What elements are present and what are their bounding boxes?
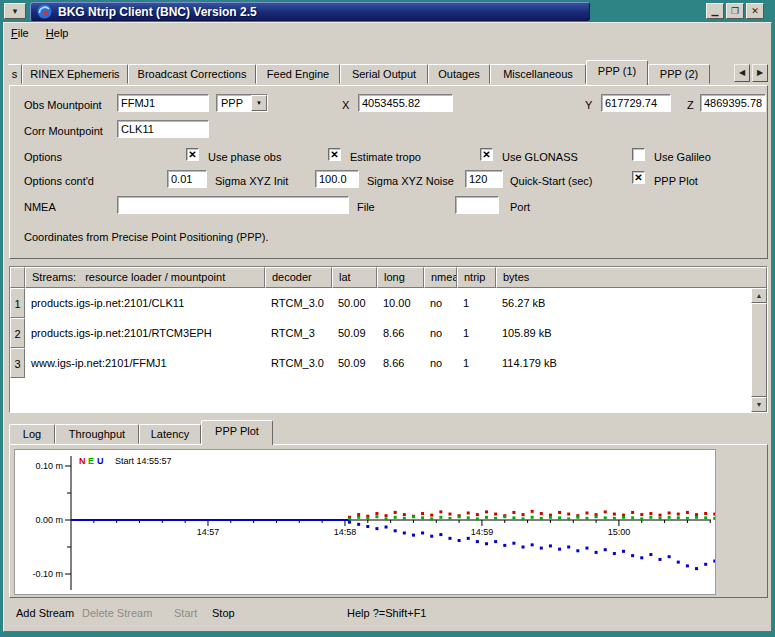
stop-button[interactable]: Stop (212, 607, 235, 619)
tab-outages[interactable]: Outages (428, 64, 490, 84)
titlebar: ▾ BKG Ntrip Client (BNC) Version 2.5 ▁ ❐… (0, 0, 775, 22)
tab-clipped[interactable]: s (8, 64, 22, 84)
estimate-tropo-label: Estimate tropo (350, 150, 421, 164)
combo-arrow-icon: ▼ (251, 95, 267, 111)
svg-text:-0.10 m: -0.10 m (32, 569, 63, 579)
maximize-button[interactable]: ❐ (726, 3, 744, 19)
column-header-ntrip[interactable]: ntrip (457, 267, 496, 288)
svg-text:U: U (97, 456, 104, 466)
port-label: Port (510, 200, 530, 214)
use-galileo-checkbox[interactable] (632, 148, 645, 161)
svg-text:0.00 m: 0.00 m (35, 515, 63, 525)
row-number: 3 (10, 348, 25, 378)
cell-decoder: RTCM_3.0 (265, 288, 332, 318)
column-header-bytes[interactable]: bytes (496, 267, 767, 288)
stream-row-2[interactable]: 2 products.igs-ip.net:2101/RTCM3EPH RTCM… (10, 318, 767, 348)
column-header-lat[interactable]: lat (332, 267, 377, 288)
cell-decoder: RTCM_3.0 (265, 348, 332, 378)
help-hint-label: Help ?=Shift+F1 (347, 607, 427, 619)
window-title-plaque[interactable]: BKG Ntrip Client (BNC) Version 2.5 (30, 2, 590, 21)
tab-serial-output[interactable]: Serial Output (340, 64, 428, 84)
scroll-down-button[interactable]: ▼ (751, 397, 767, 412)
column-header-decoder[interactable]: decoder (265, 267, 332, 288)
window-menu-icon: ▾ (13, 6, 18, 16)
tab-ppp-plot[interactable]: PPP Plot (201, 420, 273, 445)
start-button[interactable]: Start (174, 607, 197, 619)
sigma-xyz-noise-input[interactable] (315, 170, 359, 188)
cell-decoder: RTCM_3 (265, 318, 332, 348)
column-header-rownum[interactable] (10, 267, 25, 288)
estimate-tropo-checkbox[interactable]: ✕ (328, 148, 341, 161)
cell-long: 8.66 (377, 318, 424, 348)
action-bar: Add Stream Delete Stream Start Stop Help… (4, 603, 773, 627)
window-menu-button[interactable]: ▾ (4, 3, 26, 19)
app-icon (37, 4, 52, 19)
tab-throughput[interactable]: Throughput (55, 424, 139, 444)
tab-scroll-left-button[interactable]: ◀ (734, 64, 750, 82)
scroll-up-button[interactable]: ▲ (751, 288, 767, 303)
tab-scroll-right-button[interactable]: ▶ (752, 64, 768, 82)
table-header-row: Streams: resource loader / mountpoint de… (10, 267, 767, 288)
cell-ntrip: 1 (457, 348, 496, 378)
tab-ppp-2[interactable]: PPP (2) (648, 64, 710, 84)
bottom-tabbar: Log Throughput Latency PPP Plot (6, 420, 771, 445)
close-icon: ✕ (751, 6, 759, 16)
cell-bytes: 105.89 kB (496, 318, 767, 348)
nmea-port-input[interactable] (455, 196, 499, 214)
svg-text:Start 14:55:57: Start 14:55:57 (115, 456, 172, 466)
x-coordinate-input[interactable] (358, 94, 453, 112)
y-coordinate-input[interactable] (601, 94, 671, 112)
table-scrollbar[interactable]: ▲ ▼ (751, 288, 767, 412)
svg-text:E: E (88, 456, 94, 466)
ppp-plot-canvas: 0.10 m0.00 m-0.10 m14:5714:5814:5915:00N… (14, 449, 716, 595)
svg-text:14:57: 14:57 (197, 527, 220, 537)
sigma-xyz-init-label: Sigma XYZ Init (215, 174, 288, 188)
z-label: Z (687, 98, 694, 112)
quick-start-input[interactable] (465, 170, 503, 188)
delete-stream-button[interactable]: Delete Stream (82, 607, 152, 619)
x-label: X (342, 98, 349, 112)
column-header-mountpoint[interactable]: Streams: resource loader / mountpoint (25, 267, 265, 288)
tab-log[interactable]: Log (9, 424, 55, 444)
cell-mountpoint: www.igs-ip.net:2101/FFMJ1 (25, 348, 265, 378)
tab-ppp-1[interactable]: PPP (1) (586, 60, 648, 85)
obs-type-value: PPP (217, 95, 251, 111)
minimize-button[interactable]: ▁ (706, 3, 724, 19)
column-header-long[interactable]: long (377, 267, 424, 288)
nmea-file-input[interactable] (117, 196, 349, 214)
corr-mountpoint-label: Corr Mountpoint (24, 124, 103, 138)
obs-mountpoint-input[interactable] (117, 94, 209, 112)
z-coordinate-input[interactable] (700, 94, 766, 112)
cell-long: 10.00 (377, 288, 424, 318)
obs-mountpoint-label: Obs Mountpoint (24, 98, 102, 112)
maximize-icon: ❐ (731, 6, 739, 16)
stream-row-3[interactable]: 3 www.igs-ip.net:2101/FFMJ1 RTCM_3.0 50.… (10, 348, 767, 378)
corr-mountpoint-input[interactable] (117, 120, 209, 138)
menu-help[interactable]: Help (39, 23, 76, 45)
tab-scroll-left-icon: ◀ (739, 68, 745, 77)
ppp-plot-checkbox[interactable]: ✕ (632, 171, 645, 184)
obs-type-dropdown[interactable]: PPP ▼ (216, 94, 268, 112)
menu-file[interactable]: File (4, 23, 36, 45)
nmea-label: NMEA (24, 200, 56, 214)
stream-row-1[interactable]: 1 products.igs-ip.net:2101/CLK11 RTCM_3.… (10, 288, 767, 318)
use-phase-obs-checkbox[interactable]: ✕ (186, 148, 199, 161)
close-button[interactable]: ✕ (746, 3, 764, 19)
sigma-xyz-noise-label: Sigma XYZ Noise (367, 174, 454, 188)
use-glonass-checkbox[interactable]: ✕ (480, 148, 493, 161)
minimize-icon: ▁ (712, 6, 719, 16)
ppp-plot-label: PPP Plot (654, 174, 698, 188)
column-header-nmea[interactable]: nmea (424, 267, 457, 288)
sigma-xyz-init-input[interactable] (167, 170, 207, 188)
tab-latency[interactable]: Latency (139, 424, 201, 444)
scrollbar-thumb[interactable] (751, 303, 767, 397)
add-stream-button[interactable]: Add Stream (16, 607, 74, 619)
cell-ntrip: 1 (457, 318, 496, 348)
tab-rinex-ephemeris[interactable]: RINEX Ephemeris (22, 64, 128, 84)
row-number: 1 (10, 288, 25, 318)
tab-broadcast-corrections[interactable]: Broadcast Corrections (128, 64, 256, 84)
tab-miscellaneous[interactable]: Miscellaneous (490, 64, 586, 84)
cell-lat: 50.09 (332, 318, 377, 348)
file-label: File (357, 200, 375, 214)
tab-feed-engine[interactable]: Feed Engine (256, 64, 340, 84)
